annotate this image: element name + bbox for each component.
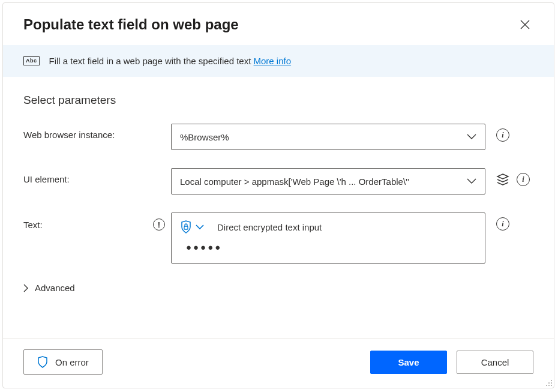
ui-element-picker-button[interactable] [496, 173, 509, 186]
cancel-button[interactable]: Cancel [457, 351, 533, 374]
advanced-label: Advanced [35, 283, 75, 293]
shield-lock-icon [180, 220, 192, 234]
text-label: Text: [23, 220, 43, 230]
advanced-toggle[interactable]: Advanced [23, 282, 533, 294]
close-icon [520, 20, 530, 29]
ui-element-value: Local computer > appmask['Web Page \'h .… [180, 176, 414, 187]
section-title: Select parameters [23, 94, 533, 107]
layers-icon [496, 173, 509, 186]
browser-instance-value: %Browser% [180, 132, 234, 142]
chevron-right-icon [23, 284, 29, 292]
dialog-title: Populate text field on web page [23, 16, 239, 33]
field-row-ui-element: UI element: Local computer > appmask['We… [23, 168, 533, 194]
text-input-value[interactable]: ●●●●● [180, 242, 476, 252]
save-button[interactable]: Save [370, 351, 447, 374]
info-banner: Abc Fill a text field in a web page with… [3, 45, 554, 77]
browser-instance-dropdown[interactable]: %Browser% [171, 124, 485, 150]
dialog-header: Populate text field on web page [3, 3, 554, 45]
text-field-icon: Abc [23, 56, 40, 65]
warning-icon[interactable]: ! [153, 219, 165, 231]
ui-element-dropdown[interactable]: Local computer > appmask['Web Page \'h .… [171, 168, 485, 194]
resize-grip-icon[interactable] [544, 378, 553, 387]
text-label-col: Text: ! [23, 213, 171, 231]
text-input-container: Direct encrypted text input ●●●●● [171, 213, 485, 264]
more-info-link[interactable]: More info [254, 56, 292, 66]
svg-point-2 [548, 382, 550, 384]
svg-point-3 [551, 382, 552, 384]
text-mode-label: Direct encrypted text input [217, 222, 322, 232]
dialog-footer: On error Save Cancel [3, 338, 554, 388]
on-error-label: On error [55, 357, 89, 367]
footer-actions: Save Cancel [370, 351, 533, 374]
info-icon[interactable]: i [496, 217, 509, 231]
field-row-text: Text: ! Direct [23, 213, 533, 264]
banner-description: Fill a text field in a web page with the… [49, 56, 254, 66]
dialog: Populate text field on web page Abc Fill… [2, 2, 554, 388]
text-mode-row: Direct encrypted text input [180, 220, 476, 234]
browser-label: Web browser instance: [23, 124, 171, 140]
on-error-button[interactable]: On error [23, 349, 103, 375]
svg-rect-0 [184, 226, 188, 229]
chevron-down-icon [467, 178, 476, 184]
close-button[interactable] [517, 16, 533, 33]
info-icon[interactable]: i [517, 173, 530, 186]
text-mode-selector[interactable] [180, 220, 204, 234]
content-area: Select parameters Web browser instance: … [3, 77, 554, 338]
field-row-browser: Web browser instance: %Browser% i [23, 124, 533, 150]
chevron-down-icon [196, 225, 204, 230]
banner-text: Fill a text field in a web page with the… [49, 56, 292, 66]
svg-point-4 [546, 385, 547, 386]
svg-point-5 [548, 385, 550, 386]
svg-point-6 [551, 385, 552, 386]
svg-point-1 [551, 380, 552, 381]
ui-element-label: UI element: [23, 168, 171, 184]
info-icon[interactable]: i [496, 128, 509, 142]
chevron-down-icon [467, 134, 476, 140]
shield-icon [37, 356, 48, 368]
